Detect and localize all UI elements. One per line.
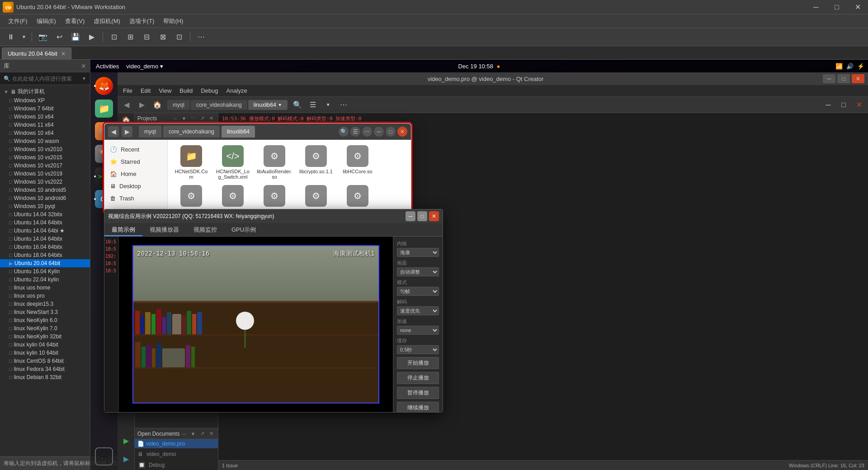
qt-menu-analyze[interactable]: Analyze — [223, 86, 251, 95]
toolbar-suspend-btn[interactable]: 💾 — [68, 31, 83, 43]
maximize-button[interactable]: □ — [826, 0, 847, 14]
open-docs-filter[interactable]: ▼ — [189, 430, 197, 438]
qt-menu-edit[interactable]: Edit — [137, 86, 154, 95]
vp-mode-select[interactable]: 匀帧 — [397, 287, 439, 296]
library-item-ubuntu2064[interactable]: ▶ Ubuntu 20.04 64bit — [0, 259, 90, 267]
qt-close-btn[interactable]: ✕ — [852, 74, 864, 83]
library-item-vs2022[interactable]: □ Windows 10 vs2022 — [0, 178, 90, 186]
library-item-win10x64-2[interactable]: □ Windows 10 x64 — [0, 129, 90, 137]
close-panel-btn[interactable]: ✕ — [207, 114, 215, 123]
fm-search-btn[interactable]: 🔍 — [339, 127, 349, 137]
vp-close-btn[interactable]: ✕ — [429, 211, 439, 221]
library-item-ubuntu1464star[interactable]: □ Ubuntu 14.04 64bi ★ — [0, 227, 90, 235]
menu-file[interactable]: 文件(F) — [4, 15, 32, 27]
qt-tab-myqt[interactable]: myqt — [167, 100, 190, 110]
qt-toolbar-list[interactable]: ☰ — [306, 99, 320, 111]
vp-video-area[interactable]: 2022-12-13 10:58:16 海康测试相机1 — [119, 237, 393, 412]
toolbar-pause-btn[interactable]: ⏸ — [4, 31, 18, 43]
menu-edit[interactable]: 编辑(E) — [32, 15, 61, 27]
library-item-winxp[interactable]: □ Windows XP — [0, 96, 90, 104]
fm-tab-myqt[interactable]: myqt — [139, 126, 161, 138]
library-item-win10x64[interactable]: □ Windows 10 x64 — [0, 113, 90, 121]
vm-tab-ubuntu[interactable]: Ubuntu 20.04 64bit ✕ — [2, 47, 71, 59]
fm-forward-btn[interactable]: ▶ — [122, 126, 132, 137]
toolbar-layout4-btn[interactable]: ⊠ — [156, 31, 170, 43]
qt-menu-view[interactable]: View — [155, 86, 175, 95]
library-item-deepin[interactable]: □ linux deepin15.3 — [0, 300, 90, 308]
vp-tab-simple[interactable]: 最简示例 — [104, 224, 142, 236]
dock-icon-apps[interactable]: ⋯ — [94, 446, 114, 466]
vp-accel-select[interactable]: none — [397, 326, 439, 335]
fm-tab-linuxlib64[interactable]: linuxlib64 — [222, 126, 255, 138]
fm-sidebar-starred[interactable]: ⭐ Starred — [104, 156, 167, 168]
library-item-wasm[interactable]: □ Windows 10 wasm — [0, 137, 90, 145]
library-item-debian8[interactable]: □ linux Debian 8 32bit — [0, 373, 90, 381]
vp-tab-player[interactable]: 视频播放器 — [142, 224, 186, 236]
qt-toolbar-search[interactable]: 🔍 — [290, 99, 305, 111]
library-item-ubuntu1464[interactable]: □ Ubuntu 14.04 64bitx — [0, 235, 90, 243]
vp-decode-select[interactable]: 速度优先 — [397, 306, 439, 315]
library-item-vs2019[interactable]: □ Windows 10 vs2019 — [0, 170, 90, 178]
app-name-menu[interactable]: video_demo ▾ — [126, 63, 163, 70]
filter-btn[interactable]: ▼ — [180, 114, 188, 123]
qt-toolbar-home[interactable]: 🏠 — [150, 99, 165, 111]
library-item-win7[interactable]: □ Windows 7 64bit — [0, 104, 90, 113]
qt-toolbar-back[interactable]: ◀ — [119, 99, 134, 111]
ubuntu-desktop[interactable]: Activities video_demo ▾ Dec 19 10:58 ● 📶… — [90, 60, 868, 470]
library-item-win11[interactable]: □ Windows 11 x64 — [0, 121, 90, 129]
fm-list-btn[interactable]: ☰ — [350, 127, 360, 137]
options-btn[interactable]: ⋯ — [189, 114, 197, 123]
open-docs-sync[interactable]: ↔ — [180, 430, 188, 438]
qt-menu-file[interactable]: File — [119, 86, 136, 95]
qt-toolbar-maximize-win[interactable]: □ — [836, 99, 851, 111]
toolbar-snap-btn[interactable]: 📷 — [36, 31, 50, 43]
qt-icon-build-bottom[interactable]: ▶ — [118, 433, 134, 448]
qt-tab-videohaikang[interactable]: core_videohaikang — [191, 100, 247, 110]
toolbar-layout3-btn[interactable]: ⊟ — [139, 31, 154, 43]
vp-minimize-btn[interactable]: ─ — [406, 211, 415, 221]
toolbar-layout2-btn[interactable]: ⊞ — [123, 31, 137, 43]
vp-kernel-select[interactable]: 海康 — [397, 248, 439, 257]
fm-minimize-btn[interactable]: ─ — [374, 127, 384, 137]
fm-close-btn[interactable]: ✕ — [397, 127, 407, 137]
library-item-vs2017[interactable]: □ Windows 10 vs2017 — [0, 161, 90, 170]
toolbar-more-btn[interactable]: ⋯ — [194, 31, 208, 43]
library-search-bar[interactable]: 🔍 ▼ — [0, 72, 90, 85]
library-item-neokylin32[interactable]: □ linux NeoKylin 32bit — [0, 332, 90, 341]
fm-menu-btn[interactable]: ⋯ — [362, 127, 372, 137]
library-item-neokylin6[interactable]: □ linux NeoKylin 6.0 — [0, 316, 90, 324]
vm-content[interactable]: Activities video_demo ▾ Dec 19 10:58 ● 📶… — [90, 60, 868, 470]
qt-maximize-btn[interactable]: □ — [837, 74, 850, 83]
library-item-centos8[interactable]: □ linux CentOS 8 64bit — [0, 357, 90, 365]
menu-view[interactable]: 查看(V) — [61, 15, 89, 27]
fm-sidebar-trash[interactable]: 🗑 Trash — [104, 192, 167, 204]
vp-start-btn[interactable]: 开始播放 — [397, 357, 439, 369]
library-item-uospro[interactable]: □ linux uos pro — [0, 292, 90, 300]
library-item-pyqt[interactable]: □ Windows 10 pyqt — [0, 202, 90, 210]
library-item-vs2015[interactable]: □ Windows 10 vs2015 — [0, 153, 90, 161]
minimize-button[interactable]: ─ — [806, 0, 826, 14]
fm-back-btn[interactable]: ◀ — [108, 126, 119, 137]
qt-minimize-btn[interactable]: ─ — [823, 74, 835, 83]
toolbar-revert-btn[interactable]: ↩ — [52, 31, 66, 43]
fm-sidebar-recent[interactable]: 🕐 Recent — [104, 143, 167, 156]
library-close-btn[interactable]: ✕ — [81, 62, 86, 70]
library-item-ubuntu1464x[interactable]: □ Ubuntu 14.04 64bitx — [0, 218, 90, 227]
fm-tab-videohaikang[interactable]: core_videohaikang — [163, 126, 220, 138]
vp-buffer-select[interactable]: 0.5秒 — [397, 345, 439, 354]
library-search-input[interactable] — [12, 76, 80, 82]
float-btn[interactable]: ↗ — [198, 114, 206, 123]
fm-sidebar-desktop[interactable]: 🖥 Desktop — [104, 180, 167, 192]
vp-tab-monitor[interactable]: 视频监控 — [186, 224, 224, 236]
fm-maximize-btn[interactable]: □ — [386, 127, 396, 137]
qt-toolbar-options[interactable]: ⋯ — [336, 99, 351, 111]
vm-tab-close[interactable]: ✕ — [61, 51, 66, 57]
sync-btn[interactable]: ↔ — [171, 114, 179, 123]
toolbar-dropdown-btn[interactable]: ▼ — [20, 31, 28, 43]
library-item-neokylin7[interactable]: □ linux NeoKylin 7.0 — [0, 324, 90, 332]
qt-toolbar-forward[interactable]: ▶ — [135, 99, 149, 111]
toolbar-layout5-btn[interactable]: ⊡ — [172, 31, 186, 43]
library-item-ubuntu1864[interactable]: □ Ubuntu 18.04 64bitx — [0, 251, 90, 259]
library-item-uoshome[interactable]: □ linux uos home — [0, 284, 90, 292]
library-item-vs2010[interactable]: □ Windows 10 vs2010 — [0, 145, 90, 153]
